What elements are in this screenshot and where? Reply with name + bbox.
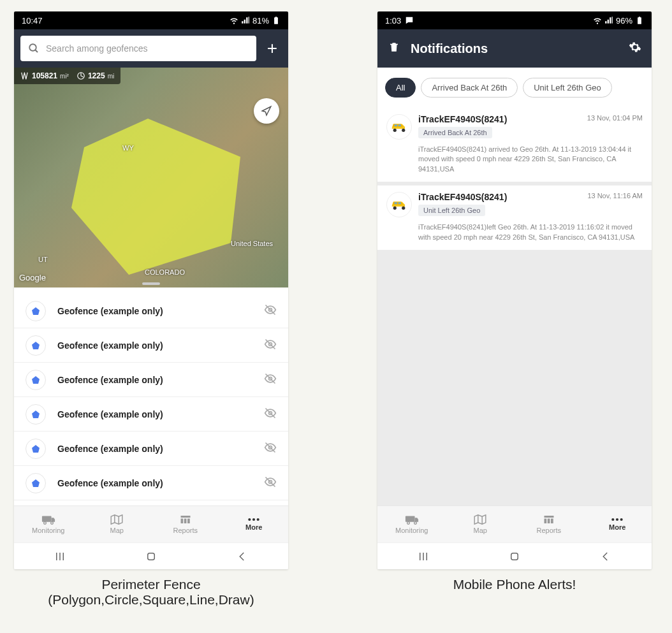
delete-button[interactable] — [384, 41, 404, 56]
notification-title: iTrackEF4940S(8241) — [418, 192, 581, 202]
battery-icon — [635, 16, 644, 25]
phone-geofences: 10:47 81% + 105821mi² 1225mi — [14, 11, 288, 569]
notification-time: 13 Nov, 01:04 PM — [587, 114, 643, 122]
visibility-toggle[interactable] — [264, 476, 277, 491]
nav-map[interactable]: Map — [83, 506, 152, 542]
map-label-us: United States — [231, 240, 273, 247]
svg-rect-27 — [184, 519, 187, 524]
svg-marker-10 — [32, 376, 40, 384]
visibility-toggle[interactable] — [264, 372, 277, 388]
svg-point-37 — [402, 129, 405, 132]
svg-rect-35 — [148, 553, 155, 560]
battery-icon — [272, 16, 281, 25]
notification-card[interactable]: iTrackEF4940S(8241) Arrived Back At 26th… — [377, 108, 652, 182]
home-button[interactable] — [509, 551, 520, 562]
locate-button[interactable] — [254, 98, 279, 124]
svg-point-23 — [43, 522, 46, 525]
notification-card[interactable]: iTrackEF4940S(8241) Unit Left 26th Geo 1… — [377, 186, 652, 250]
visibility-toggle[interactable] — [264, 407, 277, 422]
visibility-toggle[interactable] — [264, 303, 277, 319]
caption-left: Perimeter Fence (Polygon,Circle,Square,L… — [14, 577, 288, 608]
svg-rect-47 — [544, 516, 553, 518]
recent-apps-button[interactable] — [418, 551, 429, 562]
geofence-row[interactable]: Geofence (example only) — [14, 363, 288, 397]
nav-more[interactable]: More — [583, 506, 652, 542]
geofence-name: Geofence (example only) — [57, 375, 252, 385]
area-icon — [20, 71, 29, 80]
filter-chip[interactable]: All — [385, 78, 416, 98]
nav-monitoring[interactable]: Monitoring — [14, 506, 83, 542]
svg-marker-7 — [32, 342, 40, 349]
map-label-ut: UT — [38, 256, 48, 263]
polygon-icon — [26, 404, 46, 425]
geofence-row[interactable]: Geofence (example only) — [14, 466, 288, 500]
caption-right: Mobile Phone Alerts! — [377, 577, 652, 592]
geofence-row[interactable]: Geofence (example only) — [14, 432, 288, 466]
back-button[interactable] — [237, 551, 248, 562]
vehicle-avatar — [386, 192, 412, 217]
map-stats: 105821mi² 1225mi — [14, 68, 121, 84]
svg-rect-43 — [398, 202, 402, 204]
notification-body: iTrackEF4940S(8241)left Geo 26th. At 11-… — [386, 222, 643, 242]
map-view[interactable]: 105821mi² 1225mi WY United States UT COL… — [14, 68, 288, 287]
visibility-toggle[interactable] — [264, 441, 277, 456]
svg-marker-3 — [71, 119, 240, 275]
home-button[interactable] — [145, 551, 157, 562]
drag-handle[interactable] — [142, 282, 160, 285]
nav-reports[interactable]: Reports — [151, 506, 220, 542]
svg-point-45 — [407, 522, 409, 525]
svg-rect-22 — [42, 516, 52, 522]
geofence-row[interactable]: Geofence (example only) — [14, 328, 288, 363]
geofence-polygon[interactable] — [65, 112, 250, 278]
filter-chip[interactable]: Unit Left 26th Geo — [523, 78, 612, 98]
svg-rect-26 — [180, 519, 183, 524]
notifications-header: Notifications — [377, 29, 652, 68]
wifi-icon — [230, 16, 238, 25]
search-box[interactable] — [20, 36, 256, 61]
geofence-row[interactable]: Geofence (example only) — [14, 397, 288, 432]
svg-rect-39 — [398, 124, 402, 126]
polygon-icon — [26, 439, 46, 459]
polygon-icon — [26, 301, 46, 321]
notification-badge: Arrived Back At 26th — [418, 127, 492, 138]
bottom-nav: Monitoring Map Reports More — [14, 506, 288, 542]
nav-map[interactable]: Map — [446, 506, 515, 542]
geofence-name: Geofence (example only) — [57, 306, 252, 316]
battery-text: 96% — [616, 16, 632, 25]
svg-point-29 — [249, 518, 251, 521]
geofence-name: Geofence (example only) — [57, 444, 252, 454]
signal-icon — [604, 16, 613, 25]
svg-rect-25 — [180, 516, 190, 518]
svg-rect-28 — [187, 519, 190, 524]
search-bar-row: + — [14, 29, 288, 68]
geofence-name: Geofence (example only) — [57, 478, 252, 488]
geofence-row[interactable]: Geofence (example only) — [14, 294, 288, 328]
map-label-wy: WY — [122, 144, 134, 152]
nav-reports[interactable]: Reports — [515, 506, 583, 542]
visibility-toggle[interactable] — [264, 338, 277, 353]
perimeter-icon — [77, 71, 85, 80]
svg-point-30 — [252, 518, 255, 521]
page-title: Notifications — [411, 41, 618, 56]
svg-rect-48 — [544, 519, 546, 524]
polygon-icon — [26, 473, 46, 493]
nav-more[interactable]: More — [220, 506, 289, 542]
svg-point-36 — [393, 129, 397, 132]
recent-apps-button[interactable] — [54, 551, 66, 562]
nav-monitoring[interactable]: Monitoring — [377, 506, 446, 542]
svg-point-24 — [50, 522, 53, 525]
filter-chip[interactable]: Arrived Back At 26th — [421, 78, 518, 98]
svg-rect-50 — [551, 519, 553, 524]
polygon-icon — [26, 370, 46, 390]
notification-title: iTrackEF4940S(8241) — [418, 114, 581, 124]
settings-button[interactable] — [625, 41, 645, 56]
bottom-nav: Monitoring Map Reports More — [377, 506, 652, 542]
add-button[interactable]: + — [263, 38, 282, 59]
status-time: 1:03 — [385, 16, 401, 25]
wifi-icon — [593, 16, 602, 25]
search-input[interactable] — [46, 43, 249, 54]
back-button[interactable] — [600, 551, 611, 562]
notification-badge: Unit Left 26th Geo — [418, 205, 485, 216]
svg-point-41 — [402, 207, 405, 210]
geofence-name: Geofence (example only) — [57, 409, 252, 419]
